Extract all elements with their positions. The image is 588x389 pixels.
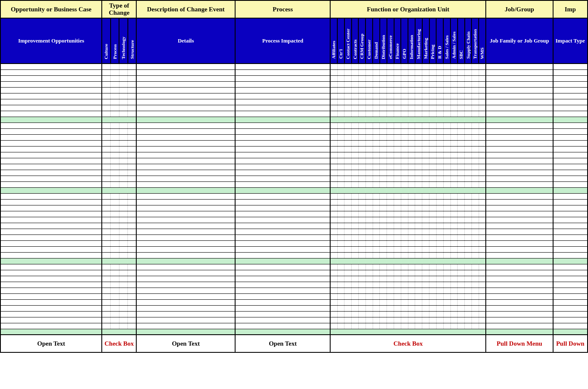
cell-func-check[interactable]: [450, 134, 458, 140]
table-row[interactable]: [0, 264, 588, 270]
cell-func-check[interactable]: [458, 293, 465, 299]
cell-func-check[interactable]: [380, 323, 387, 329]
cell-func-check[interactable]: [380, 276, 387, 282]
cell-func-check[interactable]: [387, 205, 394, 211]
cell-func-check[interactable]: [443, 152, 450, 158]
cell-func-check[interactable]: [465, 293, 472, 299]
cell-func-check[interactable]: [415, 282, 422, 288]
cell-func-check[interactable]: [330, 69, 337, 75]
cell-func-check[interactable]: [330, 111, 337, 117]
cell-job-group[interactable]: [486, 276, 553, 282]
cell-func-check[interactable]: [408, 229, 415, 234]
cell-type-check[interactable]: [128, 234, 137, 240]
cell-func-check[interactable]: [465, 229, 472, 234]
cell-func-check[interactable]: [450, 158, 458, 164]
cell-func-check[interactable]: [415, 81, 422, 87]
cell-job-group[interactable]: [486, 205, 553, 211]
cell-func-check[interactable]: [387, 211, 394, 217]
cell-func-check[interactable]: [465, 270, 472, 276]
cell-type-check[interactable]: [119, 288, 128, 293]
cell-details[interactable]: [136, 193, 235, 199]
cell-process[interactable]: [235, 240, 330, 246]
cell-func-check[interactable]: [394, 282, 401, 288]
cell-job-group[interactable]: [486, 293, 553, 299]
cell-type-check[interactable]: [119, 170, 128, 176]
cell-func-check[interactable]: [358, 199, 366, 205]
table-row[interactable]: [0, 282, 588, 288]
cell-type-check[interactable]: [119, 317, 128, 323]
cell-type-check[interactable]: [102, 205, 111, 211]
cell-func-check[interactable]: [429, 164, 437, 170]
cell-type-check[interactable]: [102, 140, 111, 146]
cell-func-check[interactable]: [366, 205, 373, 211]
cell-type-check[interactable]: [111, 199, 119, 205]
cell-opportunity[interactable]: [0, 317, 102, 323]
cell-type-check[interactable]: [102, 123, 111, 128]
cell-func-check[interactable]: [352, 69, 359, 75]
cell-func-check[interactable]: [337, 93, 344, 99]
cell-type-check[interactable]: [119, 229, 128, 234]
cell-func-check[interactable]: [465, 75, 472, 81]
cell-func-check[interactable]: [436, 123, 443, 128]
cell-func-check[interactable]: [415, 176, 422, 181]
cell-type-check[interactable]: [102, 164, 111, 170]
cell-func-check[interactable]: [408, 152, 415, 158]
cell-process[interactable]: [235, 69, 330, 75]
cell-impact-type[interactable]: [553, 176, 588, 181]
cell-func-check[interactable]: [471, 123, 479, 128]
cell-func-check[interactable]: [387, 170, 394, 176]
cell-func-check[interactable]: [401, 81, 408, 87]
cell-func-check[interactable]: [352, 123, 359, 128]
cell-type-check[interactable]: [111, 276, 119, 282]
cell-func-check[interactable]: [479, 223, 486, 229]
cell-func-check[interactable]: [366, 293, 373, 299]
cell-func-check[interactable]: [450, 323, 458, 329]
table-row[interactable]: [0, 123, 588, 128]
cell-func-check[interactable]: [366, 276, 373, 282]
cell-details[interactable]: [136, 223, 235, 229]
cell-func-check[interactable]: [415, 199, 422, 205]
cell-func-check[interactable]: [330, 299, 337, 305]
cell-func-check[interactable]: [358, 181, 366, 187]
cell-func-check[interactable]: [436, 264, 443, 270]
cell-details[interactable]: [136, 87, 235, 93]
cell-func-check[interactable]: [465, 264, 472, 270]
cell-func-check[interactable]: [401, 75, 408, 81]
cell-func-check[interactable]: [422, 229, 429, 234]
cell-func-check[interactable]: [479, 140, 486, 146]
cell-opportunity[interactable]: [0, 252, 102, 258]
cell-func-check[interactable]: [415, 158, 422, 164]
cell-impact-type[interactable]: [553, 252, 588, 258]
cell-func-check[interactable]: [387, 105, 394, 111]
table-row[interactable]: [0, 176, 588, 181]
cell-func-check[interactable]: [415, 170, 422, 176]
cell-func-check[interactable]: [436, 246, 443, 252]
cell-func-check[interactable]: [352, 288, 359, 293]
cell-type-check[interactable]: [111, 264, 119, 270]
cell-func-check[interactable]: [422, 170, 429, 176]
cell-func-check[interactable]: [394, 164, 401, 170]
cell-func-check[interactable]: [373, 128, 380, 134]
cell-func-check[interactable]: [394, 305, 401, 311]
cell-func-check[interactable]: [458, 323, 465, 329]
cell-func-check[interactable]: [465, 234, 472, 240]
cell-func-check[interactable]: [366, 81, 373, 87]
cell-type-check[interactable]: [111, 234, 119, 240]
cell-func-check[interactable]: [387, 252, 394, 258]
cell-details[interactable]: [136, 176, 235, 181]
cell-func-check[interactable]: [429, 146, 437, 152]
cell-func-check[interactable]: [471, 146, 479, 152]
cell-type-check[interactable]: [119, 234, 128, 240]
cell-job-group[interactable]: [486, 176, 553, 181]
cell-func-check[interactable]: [450, 288, 458, 293]
cell-func-check[interactable]: [443, 317, 450, 323]
cell-func-check[interactable]: [352, 146, 359, 152]
cell-func-check[interactable]: [366, 299, 373, 305]
cell-type-check[interactable]: [128, 240, 137, 246]
cell-func-check[interactable]: [479, 282, 486, 288]
cell-func-check[interactable]: [352, 93, 359, 99]
cell-func-check[interactable]: [344, 64, 352, 69]
cell-func-check[interactable]: [450, 293, 458, 299]
cell-func-check[interactable]: [352, 99, 359, 105]
cell-impact-type[interactable]: [553, 99, 588, 105]
